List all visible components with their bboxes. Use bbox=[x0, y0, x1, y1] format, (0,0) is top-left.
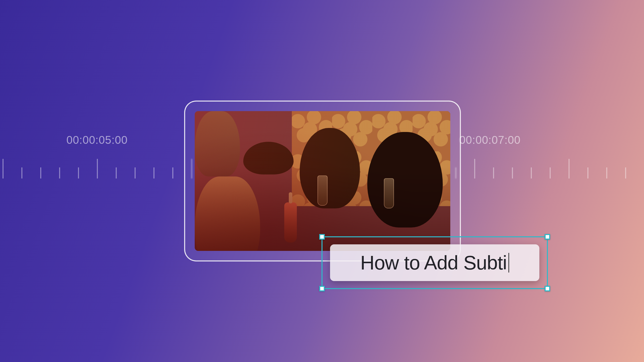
resize-handle-top-right[interactable] bbox=[545, 234, 550, 240]
tick-minor bbox=[625, 167, 626, 178]
tick-minor bbox=[531, 167, 532, 178]
timecode-1: 00:00:05:00 bbox=[66, 134, 128, 146]
resize-handle-bottom-right[interactable] bbox=[545, 286, 550, 291]
text-caret bbox=[508, 253, 509, 273]
resize-handle-top-left[interactable] bbox=[319, 234, 325, 240]
video-thumbnail bbox=[195, 111, 450, 251]
tick-minor bbox=[153, 167, 154, 178]
subtitle-input[interactable]: How to Add Subti bbox=[330, 244, 539, 281]
tick-minor bbox=[21, 167, 22, 178]
tick-minor bbox=[40, 167, 41, 178]
tick-major bbox=[569, 159, 570, 178]
timecode-2: 00:00:07:00 bbox=[459, 134, 520, 146]
tick-minor bbox=[78, 167, 79, 178]
subtitle-text: How to Add Subti bbox=[360, 251, 507, 274]
tick-minor bbox=[59, 167, 60, 178]
tick-minor bbox=[550, 167, 551, 178]
tick-minor bbox=[172, 167, 173, 178]
tick-major bbox=[474, 159, 475, 178]
tick-minor bbox=[512, 167, 513, 178]
resize-handle-bottom-left[interactable] bbox=[319, 286, 325, 291]
tick-minor bbox=[493, 167, 494, 178]
tick-major bbox=[3, 159, 4, 178]
tick-minor bbox=[135, 167, 136, 178]
tick-minor bbox=[587, 167, 588, 178]
subtitle-text-box[interactable]: How to Add Subti bbox=[321, 236, 548, 289]
tick-minor bbox=[606, 167, 607, 178]
tick-major bbox=[97, 159, 98, 178]
tick-minor bbox=[116, 167, 117, 178]
